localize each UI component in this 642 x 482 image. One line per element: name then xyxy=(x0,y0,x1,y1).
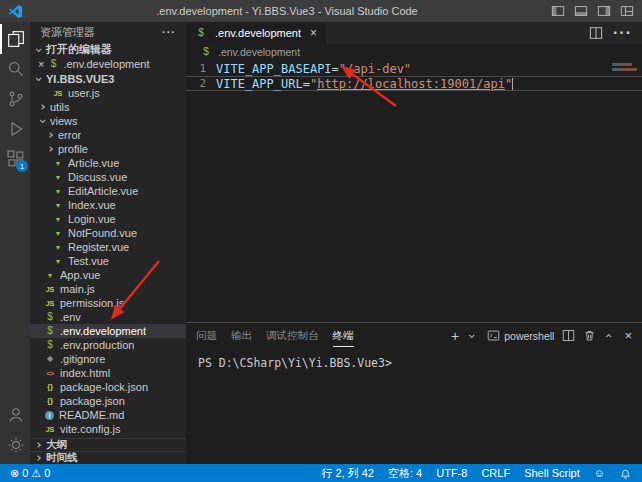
vue-file-icon: ▼ xyxy=(52,160,64,167)
tree-item-error[interactable]: error xyxy=(30,128,186,142)
tree-item-Register.vue[interactable]: ▼Register.vue xyxy=(30,240,186,254)
eol-status[interactable]: CRLF xyxy=(481,467,510,479)
tree-item-App.vue[interactable]: ▼App.vue xyxy=(30,268,186,282)
tree-item-label: package.json xyxy=(60,395,125,407)
tree-item-Article.vue[interactable]: ▼Article.vue xyxy=(30,156,186,170)
open-editor-item[interactable]: × $ .env.development xyxy=(30,57,186,71)
tree-item-README.md[interactable]: iREADME.md xyxy=(30,408,186,422)
outline-header[interactable]: 大纲 xyxy=(30,438,186,451)
accounts-button[interactable] xyxy=(0,400,30,430)
code-line-1[interactable]: 1VITE_APP_BASEAPI="/api-dev" xyxy=(186,61,642,76)
activity-explorer-button[interactable] xyxy=(0,24,30,54)
maximize-panel-icon[interactable] xyxy=(606,333,612,339)
activity-search-button[interactable] xyxy=(0,54,30,84)
tree-item-profile[interactable]: profile xyxy=(30,142,186,156)
tree-item-label: NotFound.vue xyxy=(68,227,137,239)
readme-file-icon: i xyxy=(45,411,54,420)
settings-button[interactable] xyxy=(0,430,30,460)
window-title: .env.development - Yi.BBS.Vue3 - Visual … xyxy=(31,5,543,17)
breadcrumb[interactable]: $ .env.development xyxy=(186,44,642,59)
tree-item-utils[interactable]: utils xyxy=(30,100,186,114)
tree-item-Login.vue[interactable]: ▼Login.vue xyxy=(30,212,186,226)
tree-item-package.json[interactable]: {}package.json xyxy=(30,394,186,408)
vue-file-icon: ▼ xyxy=(44,272,56,279)
tab-env-development[interactable]: $ .env.development × xyxy=(186,22,326,44)
files-icon xyxy=(7,30,25,48)
tree-item-views[interactable]: views xyxy=(30,114,186,128)
split-editor-icon[interactable] xyxy=(589,26,603,40)
project-root-header[interactable]: YI.BBS.VUE3 xyxy=(30,71,186,86)
tree-item-permission.js[interactable]: JSpermission.js xyxy=(30,296,186,310)
tree-item-.gitignore[interactable]: ◆.gitignore xyxy=(30,352,186,366)
tree-item-Discuss.vue[interactable]: ▼Discuss.vue xyxy=(30,170,186,184)
chevron-down-icon[interactable] xyxy=(469,332,475,338)
more-actions-icon[interactable]: ··· xyxy=(162,26,176,38)
feedback-smiley-icon[interactable]: ☺ xyxy=(594,467,605,479)
timeline-header[interactable]: 时间线 xyxy=(30,451,186,464)
tree-item-.env.development[interactable]: $.env.development xyxy=(30,324,186,338)
code-token: "/api-dev" xyxy=(339,62,411,76)
split-terminal-icon[interactable] xyxy=(562,329,575,342)
gear-icon xyxy=(7,436,25,454)
encoding-status[interactable]: UTF-8 xyxy=(436,467,467,479)
tree-item-label: index.html xyxy=(60,367,110,379)
close-panel-icon[interactable]: × xyxy=(624,328,632,343)
activity-extensions-button[interactable]: 1 xyxy=(0,144,30,174)
language-mode[interactable]: Shell Script xyxy=(524,467,580,479)
tree-item-label: user.js xyxy=(68,87,100,99)
tree-item-NotFound.vue[interactable]: ▼NotFound.vue xyxy=(30,226,186,240)
problems-status[interactable]: ⊗ 0 ⚠ 0 xyxy=(10,467,50,480)
js-file-icon: JS xyxy=(44,300,56,307)
more-actions-icon[interactable]: ··· xyxy=(613,24,632,42)
breadcrumb-item[interactable]: .env.development xyxy=(218,46,300,58)
panel-tab-problems[interactable]: 问题 xyxy=(196,324,217,347)
chevron-right-icon xyxy=(35,442,41,448)
tree-item-user.js[interactable]: JSuser.js xyxy=(30,86,186,100)
js-file-icon: JS xyxy=(44,426,56,433)
terminal-output[interactable]: PS D:\CSharp\Yi\Yi.BBS.Vue3> xyxy=(186,348,642,464)
error-count: 0 xyxy=(22,467,28,479)
customize-layout-icon[interactable] xyxy=(620,4,634,18)
minimap[interactable] xyxy=(608,59,642,119)
toggle-secondary-sidebar-icon[interactable] xyxy=(597,4,611,18)
tree-item-label: .env.development xyxy=(60,325,146,337)
account-icon xyxy=(7,406,25,424)
tree-item-package-lock.json[interactable]: {}package-lock.json xyxy=(30,380,186,394)
close-icon[interactable]: × xyxy=(310,26,317,40)
tab-label: .env.development xyxy=(215,27,301,39)
terminal-instance-picker[interactable]: powershell xyxy=(487,329,554,342)
open-editors-header[interactable]: 打开的编辑器 xyxy=(30,42,186,57)
extensions-badge: 1 xyxy=(16,160,28,172)
tree-item-.env.production[interactable]: $.env.production xyxy=(30,338,186,352)
panel-tab-output[interactable]: 输出 xyxy=(231,324,252,347)
close-icon[interactable]: × xyxy=(38,58,44,70)
tree-item-.env[interactable]: $.env xyxy=(30,310,186,324)
tree-item-index.html[interactable]: <>index.html xyxy=(30,366,186,380)
code-area[interactable]: 1VITE_APP_BASEAPI="/api-dev"2VITE_APP_UR… xyxy=(186,59,642,91)
activity-source-control-button[interactable] xyxy=(0,84,30,114)
panel-header: 问题输出调试控制台终端 + powershell xyxy=(186,323,642,348)
tree-item-Index.vue[interactable]: ▼Index.vue xyxy=(30,198,186,212)
toggle-panel-icon[interactable] xyxy=(574,4,588,18)
kill-terminal-icon[interactable] xyxy=(583,329,596,342)
cursor-position[interactable]: 行 2, 列 42 xyxy=(321,466,374,481)
tree-item-main.js[interactable]: JSmain.js xyxy=(30,282,186,296)
indentation-status[interactable]: 空格: 4 xyxy=(388,466,422,481)
code-token: VITE_APP_URL xyxy=(216,77,303,91)
activity-run-debug-button[interactable] xyxy=(0,114,30,144)
js-file-icon: JS xyxy=(52,90,64,97)
shell-file-icon: $ xyxy=(44,326,56,336)
status-bar: ⊗ 0 ⚠ 0 行 2, 列 42 空格: 4 UTF-8 CRLF Shell… xyxy=(0,464,642,482)
notifications-bell-icon[interactable] xyxy=(619,467,632,480)
new-terminal-icon[interactable]: + xyxy=(451,329,459,343)
code-line-2[interactable]: 2VITE_APP_URL="http://localhost:19001/ap… xyxy=(186,76,642,91)
editor-pane[interactable]: 1VITE_APP_BASEAPI="/api-dev"2VITE_APP_UR… xyxy=(186,59,642,322)
tree-item-vite.config.js[interactable]: JSvite.config.js xyxy=(30,422,186,436)
toggle-sidebar-icon[interactable] xyxy=(551,4,565,18)
panel-tab-terminal[interactable]: 终端 xyxy=(333,324,354,347)
tree-item-EditArticle.vue[interactable]: ▼EditArticle.vue xyxy=(30,184,186,198)
chevron-right-icon xyxy=(47,132,53,138)
panel-tab-debug-console[interactable]: 调试控制台 xyxy=(266,324,319,347)
tree-item-label: Index.vue xyxy=(68,199,116,211)
tree-item-Test.vue[interactable]: ▼Test.vue xyxy=(30,254,186,268)
